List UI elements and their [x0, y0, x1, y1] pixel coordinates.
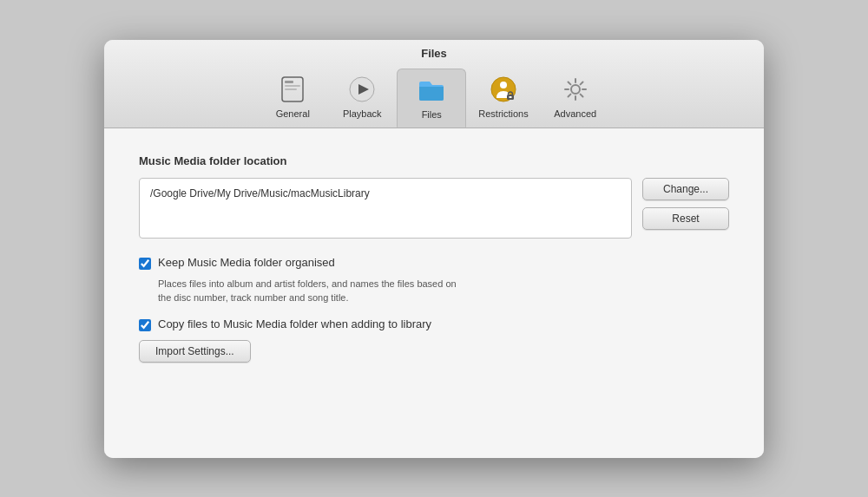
folder-action-buttons: Change... Reset	[642, 178, 729, 230]
section-title: Music Media folder location	[139, 154, 729, 167]
svg-line-16	[580, 94, 582, 96]
toolbar: General Playback	[104, 69, 764, 128]
playback-icon	[346, 74, 378, 105]
svg-rect-1	[285, 81, 293, 83]
window-title: Files	[104, 47, 764, 60]
svg-rect-3	[285, 88, 297, 90]
import-settings-button[interactable]: Import Settings...	[139, 340, 251, 363]
checkbox-organised-row: Keep Music Media folder organised	[139, 256, 729, 270]
preferences-window: Files General	[104, 40, 764, 458]
tab-files[interactable]: Files	[397, 69, 466, 128]
general-icon	[277, 74, 308, 105]
keep-organised-label[interactable]: Keep Music Media folder organised	[158, 256, 335, 269]
tab-advanced-label: Advanced	[554, 108, 596, 119]
import-button-row: Import Settings...	[139, 340, 729, 363]
svg-point-7	[500, 82, 507, 88]
folder-path-display: /Google Drive/My Drive/Music/macMusicLib…	[139, 178, 632, 239]
keep-organised-description: Places files into album and artist folde…	[158, 277, 729, 305]
tab-general[interactable]: General	[258, 69, 327, 128]
advanced-icon	[560, 74, 591, 105]
content-area: Music Media folder location /Google Driv…	[104, 128, 764, 458]
svg-rect-9	[510, 96, 512, 98]
svg-line-17	[580, 82, 582, 84]
tab-general-label: General	[276, 108, 310, 119]
copy-files-label[interactable]: Copy files to Music Media folder when ad…	[158, 317, 431, 330]
tab-playback-label: Playback	[343, 108, 382, 119]
restrictions-icon	[488, 74, 519, 105]
tab-restrictions[interactable]: Restrictions	[466, 69, 540, 128]
copy-files-checkbox[interactable]	[139, 319, 151, 331]
svg-line-18	[568, 94, 570, 96]
checkbox-copy-row: Copy files to Music Media folder when ad…	[139, 317, 729, 331]
tab-files-label: Files	[422, 109, 442, 120]
keep-organised-checkbox[interactable]	[139, 258, 151, 270]
titlebar: Files General	[104, 40, 764, 128]
change-button[interactable]: Change...	[642, 178, 729, 200]
svg-rect-2	[285, 85, 300, 87]
svg-point-10	[571, 85, 580, 94]
tab-playback[interactable]: Playback	[327, 69, 397, 128]
files-icon	[416, 75, 447, 106]
tab-restrictions-label: Restrictions	[478, 108, 528, 119]
folder-location-row: /Google Drive/My Drive/Music/macMusicLib…	[139, 178, 729, 239]
tab-advanced[interactable]: Advanced	[541, 69, 610, 128]
reset-button[interactable]: Reset	[642, 207, 729, 230]
svg-line-15	[568, 82, 570, 84]
